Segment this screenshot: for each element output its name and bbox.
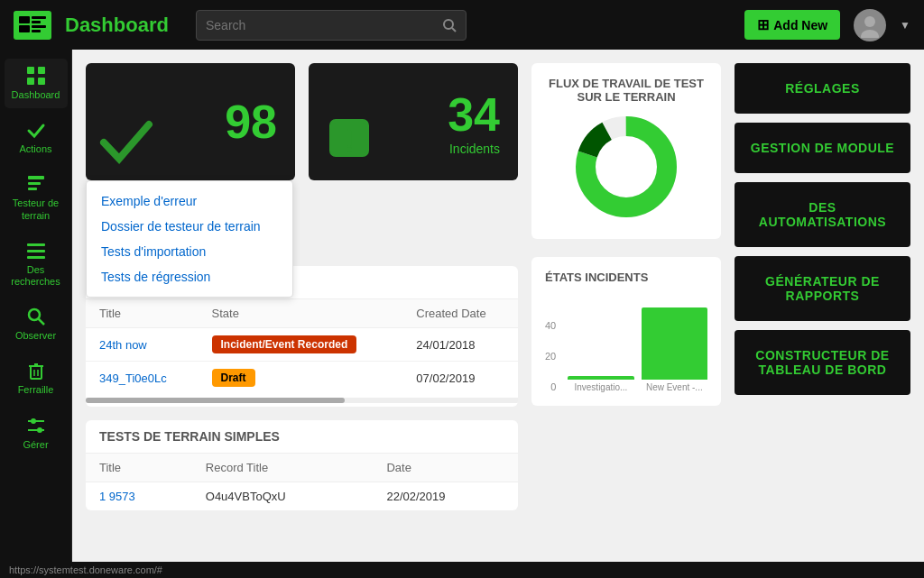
svg-rect-3 [32,21,41,23]
sidebar-item-fieldtester[interactable]: Testeur de terrain [5,167,68,228]
svg-rect-11 [38,67,45,74]
status-url: https://systemtest.doneware.com/# [9,564,162,575]
st-row-link-1[interactable]: 1 9573 [99,490,135,503]
dropdown-item-2[interactable]: Tests d'importation [87,239,292,264]
date-2: 07/02/2019 [402,362,518,395]
grid-icon [26,66,46,86]
lines-icon [26,241,46,261]
search-icon [442,18,457,32]
search-bar[interactable] [196,10,467,41]
svg-point-8 [864,16,875,27]
sidebar-label-searches: Des recherches [9,264,63,288]
table-row: 24th now Incident/Event Recorded 24/01/2… [86,328,518,362]
sliders-icon [26,416,46,436]
y-label-20: 20 [545,351,556,362]
svg-rect-5 [32,30,41,32]
st-date-1: 22/02/2019 [373,482,518,511]
stat-card-1: 98 [86,63,295,180]
quick-btn-reports[interactable]: GÉNÉRATEUR DE RAPPORTS [735,256,910,321]
svg-line-21 [38,318,44,325]
svg-rect-16 [28,188,37,190]
simple-tests-header: TESTS DE TERRAIN SIMPLES [86,420,518,454]
dropdown-item-1[interactable]: Dossier de testeur de terrain [87,214,292,239]
svg-rect-1 [19,25,30,32]
row-link-1[interactable]: 24th now [99,338,147,352]
svg-rect-4 [32,25,46,28]
text-icon [26,174,46,194]
svg-rect-18 [27,250,45,252]
bar-2 [642,307,707,380]
sidebar-item-observer[interactable]: Observer [5,299,68,349]
fieldtest-table: Title State Created Date 24th now Incide… [86,299,518,394]
table-row: 1 9573 O4u4VBToQxU 22/02/2019 [86,482,518,511]
donut-chart-card: FLUX DE TRAVAIL DE TEST SUR LE TERRAIN [531,63,721,239]
main-content: 98 Exemple d'erreur Dossier de testeur d… [72,50,924,578]
y-label-40: 40 [545,320,556,331]
bar-label-2: New Event -... [646,382,703,392]
table-row: 349_Ti0e0Lc Draft 07/02/2019 [86,362,518,395]
row-link-2[interactable]: 349_Ti0e0Lc [99,372,167,385]
donut-chart-title: FLUX DE TRAVAIL DE TEST SUR LE TERRAIN [545,77,707,104]
table-scrollbar[interactable] [86,398,518,403]
svg-point-37 [599,140,653,194]
st-col-title: Title [86,454,192,482]
app-logo[interactable] [14,11,51,40]
dropdown-item-0[interactable]: Exemple d'erreur [87,188,292,214]
stat-card-2: 34 Incidents [309,63,518,180]
sidebar-label-observer: Observer [15,330,56,342]
status-badge-1: Incident/Event Recorded [212,335,357,353]
svg-point-30 [37,427,42,433]
sidebar-label-fieldtester: Testeur de terrain [9,197,63,221]
quick-btn-settings[interactable]: RÉGLAGES [735,63,910,114]
dropdown-item-3[interactable]: Tests de régression [87,264,292,289]
status-bar: https://systemtest.doneware.com/# [0,562,924,578]
st-col-date: Date [373,454,518,482]
sidebar-item-actions[interactable]: Actions [5,113,68,162]
add-icon: ⊞ [757,16,769,33]
svg-rect-22 [31,366,42,379]
svg-line-7 [452,28,456,32]
trash-icon [26,361,46,381]
bar-col-1: Investigatio... [568,376,633,392]
status-badge-2: Draft [212,369,255,387]
quick-btn-module[interactable]: GESTION DE MODULE [735,123,910,173]
svg-point-33 [346,147,352,152]
svg-rect-15 [28,182,41,185]
add-new-label: Add New [773,18,827,32]
bar-chart-title: ÉTATS INCIDENTS [545,271,707,284]
bar-y-labels: 40 20 0 [545,320,560,392]
observer-search-icon [26,307,46,326]
sidebar-item-manage[interactable]: Gérer [5,408,68,458]
stat-number-1: 98 [225,95,277,149]
simple-tests-table: Title Record Title Date 1 9573 O4u4VBToQ… [86,454,518,510]
st-record-1: O4u4VBToQxU [192,482,374,511]
user-avatar[interactable] [854,9,886,41]
svg-rect-12 [27,78,34,85]
sidebar-label-actions: Actions [19,143,51,155]
col-title: Title [86,299,199,328]
search-input[interactable] [206,18,442,32]
svg-rect-14 [28,176,44,179]
svg-rect-0 [19,16,30,23]
app-title: Dashboard [65,14,182,37]
sidebar-item-trash[interactable]: Ferraille [5,353,68,403]
user-dropdown-icon[interactable]: ▼ [900,19,910,32]
donut-chart [545,113,707,221]
bar-1 [568,376,633,380]
date-1: 24/01/2018 [402,328,518,362]
col-state: State [199,299,403,328]
add-new-button[interactable]: ⊞ Add New [744,10,840,40]
bar-col-2: New Event -... [642,307,707,392]
bar-label-1: Investigatio... [574,382,627,392]
simple-tests-table-card: TESTS DE TERRAIN SIMPLES Title Record Ti… [86,420,518,510]
stat-number-2: 34 [448,87,500,142]
st-col-record: Record Title [192,454,374,482]
svg-rect-2 [32,16,46,19]
sidebar-item-dashboard[interactable]: Dashboard [5,59,68,108]
quick-btn-automation[interactable]: DES AUTOMATISATIONS [735,182,910,247]
quick-btn-dashboard-builder[interactable]: CONSTRUCTEUR DE TABLEAU DE BORD [735,330,910,395]
svg-rect-17 [27,243,45,246]
svg-rect-13 [38,78,45,85]
sidebar-item-searches[interactable]: Des recherches [5,234,68,295]
dropdown-menu: Exemple d'erreur Dossier de testeur de t… [86,180,293,298]
